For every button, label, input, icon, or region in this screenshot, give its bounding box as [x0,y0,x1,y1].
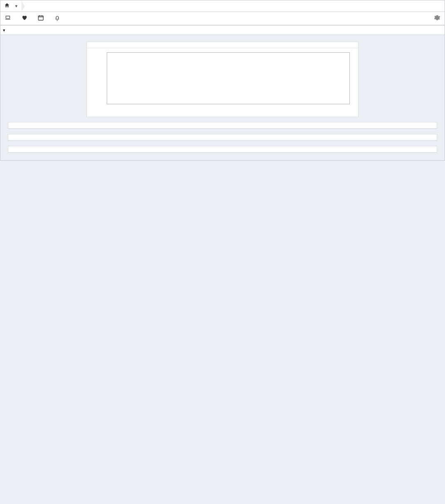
laptop-icon [5,15,11,22]
alerts-status-title [8,146,437,152]
home-icon[interactable] [4,2,10,9]
dashboard-section-header [0,25,445,35]
info-bar [0,12,445,25]
bell-icon [54,14,61,22]
svg-rect-0 [6,16,9,19]
heartbeat-icon [21,15,28,22]
server-status-title [8,134,437,141]
breadcrumb-bar: ▾ [0,0,445,12]
agent-status-title [8,122,437,129]
svg-rect-1 [38,16,43,20]
chevron-down-icon: ▾ [15,4,17,8]
breadcrumb-item[interactable]: ▾ [10,3,20,9]
gear-icon[interactable] [434,14,440,22]
agent-status-panel [8,122,437,129]
alerts-status-panel [8,146,437,153]
plot-area [107,52,350,104]
server-status-panel [8,134,437,141]
calendar-icon [37,14,44,22]
status-chart-panel [87,42,358,117]
breadcrumb-separator [21,0,25,12]
caret-down-icon[interactable] [3,27,5,33]
status-chart [92,51,353,113]
chart-title [87,42,358,48]
